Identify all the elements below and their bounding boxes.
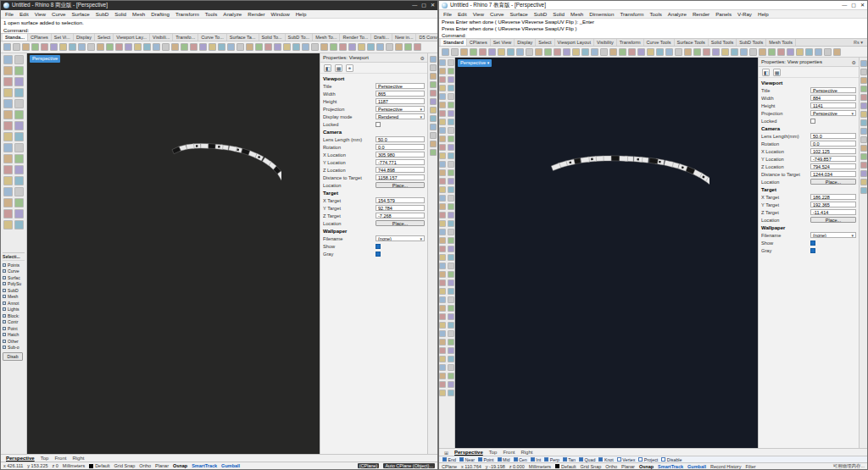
dock-tab-icon[interactable] (430, 124, 437, 130)
command-input[interactable]: Command: (1, 26, 437, 34)
tool-icon[interactable] (448, 339, 454, 346)
property-input[interactable]: 50.0 (376, 136, 425, 142)
status-item[interactable]: CPlane (442, 464, 457, 469)
tool-icon[interactable] (3, 165, 13, 174)
dock-tab-icon[interactable] (430, 132, 437, 139)
tool-icon[interactable] (14, 154, 24, 163)
selection-filter-row[interactable]: Block: (3, 312, 25, 319)
status-item[interactable]: Planar (621, 464, 635, 469)
status-item[interactable]: Ortho (605, 464, 617, 469)
toolbar-icon[interactable] (218, 43, 225, 51)
tool-icon[interactable] (448, 110, 454, 117)
toolbar-icon[interactable] (367, 43, 375, 51)
property-input[interactable]: 1244.034 (810, 171, 856, 177)
menu-item[interactable]: Surface (70, 11, 90, 17)
tool-icon[interactable] (448, 381, 454, 388)
toolbar-icon[interactable] (50, 43, 58, 51)
dock-tab-icon[interactable] (860, 179, 867, 185)
perspective-viewport[interactable]: Perspective (455, 58, 758, 448)
tool-icon[interactable] (439, 68, 446, 75)
tool-icon[interactable] (448, 85, 454, 91)
tool-icon[interactable] (448, 135, 454, 142)
tool-icon[interactable] (439, 347, 446, 354)
tool-icon[interactable] (448, 212, 454, 218)
checkbox[interactable] (810, 248, 856, 253)
tool-icon[interactable] (14, 110, 24, 119)
toolbar-icon[interactable] (264, 43, 272, 51)
tool-icon[interactable] (448, 152, 454, 159)
toolbar-icon[interactable] (656, 48, 664, 56)
toolbar-icon[interactable] (153, 43, 160, 51)
menu-item[interactable]: Panels (715, 11, 732, 17)
tool-icon[interactable] (439, 381, 446, 388)
tool-icon[interactable] (439, 373, 446, 379)
status-item[interactable]: z 0 (53, 463, 58, 468)
menu-item[interactable]: Mesh (570, 11, 584, 17)
dock-tab-icon[interactable] (860, 153, 867, 160)
toolbar-icon[interactable] (358, 43, 365, 51)
selection-filter-row[interactable]: Point (3, 325, 25, 332)
dock-tab-icon[interactable] (860, 94, 867, 101)
tool-icon[interactable] (439, 271, 446, 278)
dock-tab-icon[interactable] (430, 107, 437, 113)
toolbar-icon[interactable] (721, 48, 729, 56)
tool-icon[interactable] (3, 88, 13, 97)
toolbar-icon[interactable] (600, 48, 608, 56)
osnap-toggle[interactable]: End (442, 457, 456, 462)
toolbar-tab[interactable]: Standard (441, 39, 467, 46)
dock-tab-icon[interactable] (860, 162, 867, 169)
property-input[interactable]: 0.0 (376, 144, 425, 150)
tool-icon[interactable] (3, 55, 13, 64)
place-button[interactable]: Place... (810, 217, 856, 223)
toolbar-icon[interactable] (703, 48, 710, 56)
tool-icon[interactable] (448, 246, 454, 252)
tool-icon[interactable] (3, 77, 13, 86)
toolbar-tab[interactable]: CPlanes (28, 34, 52, 41)
viewport-tab[interactable]: Right (520, 450, 532, 455)
toolbar-icon[interactable] (31, 43, 39, 51)
toolbar-icon[interactable] (283, 43, 291, 51)
tool-icon[interactable] (448, 161, 454, 168)
display-mode-icon[interactable]: ▦ (773, 69, 781, 76)
dock-tab-icon[interactable] (860, 128, 867, 135)
status-item[interactable]: Record History (710, 464, 741, 469)
checkbox-icon[interactable] (3, 269, 6, 273)
menu-item[interactable]: Analyze (667, 11, 687, 17)
toolbar-icon[interactable] (731, 48, 738, 56)
toolbar-icon[interactable] (330, 43, 337, 51)
toolbar-icon[interactable] (106, 43, 114, 51)
tool-icon[interactable] (3, 66, 13, 75)
osnap-toggle[interactable]: Near (459, 457, 475, 462)
property-input[interactable]: -774.771 (376, 159, 425, 165)
status-item[interactable]: SmartTrack (192, 463, 217, 468)
toolbar-icon[interactable] (78, 43, 86, 51)
property-select[interactable]: Rendered▾ (376, 113, 425, 119)
toolbar-icon[interactable] (507, 48, 515, 56)
osnap-toggle[interactable]: Int (531, 457, 541, 462)
toolbar-icon[interactable] (535, 48, 542, 56)
toolbar-icon[interactable] (181, 43, 188, 51)
property-input[interactable]: 1187 (376, 98, 425, 104)
toolbar-tab[interactable]: CPlanes (467, 39, 491, 46)
tool-icon[interactable] (14, 88, 24, 97)
osnap-toggle[interactable]: Point (478, 457, 494, 462)
property-input[interactable]: Perspective (376, 83, 425, 89)
toolbar-icon[interactable] (404, 43, 412, 51)
tool-icon[interactable] (439, 279, 446, 286)
toolbar-tab[interactable]: Visibility (594, 39, 617, 46)
checkbox-icon[interactable] (3, 282, 6, 285)
dock-tab-icon[interactable] (860, 60, 867, 67)
tool-icon[interactable] (448, 59, 454, 66)
toolbar-tab[interactable]: Curve To... (198, 34, 227, 41)
tool-icon[interactable] (439, 322, 446, 329)
status-item[interactable]: x 110.764 (461, 464, 481, 469)
tool-icon[interactable] (439, 356, 446, 362)
checkbox[interactable] (376, 244, 425, 249)
tool-icon[interactable] (14, 176, 24, 185)
menu-item[interactable]: View (472, 11, 485, 17)
osnap-toggle[interactable]: Mid (498, 457, 510, 462)
toolbar-icon[interactable] (209, 43, 216, 51)
tool-icon[interactable] (14, 220, 24, 229)
toolbar-tab[interactable]: Viewport Layout (555, 39, 594, 46)
tool-icon[interactable] (448, 169, 454, 176)
